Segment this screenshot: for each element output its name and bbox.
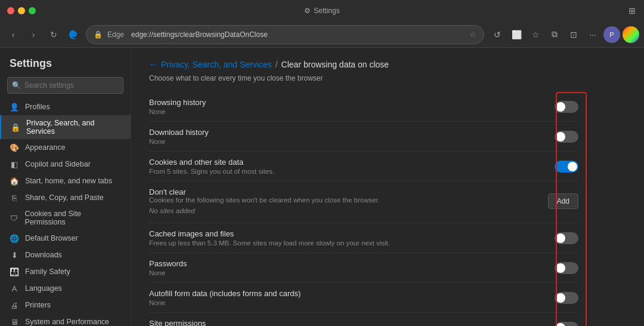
sidebar-item-profiles[interactable]: 👤 Profiles — [0, 99, 131, 115]
settings-row-site-permissions: Site permissions None — [149, 313, 578, 326]
nav-buttons: ‹ › ↻ — [5, 26, 62, 43]
browsing-history-right — [555, 101, 578, 113]
settings-list: Browsing history None Download history N… — [149, 92, 578, 326]
autofill-title: Autofill form data (includes forms and c… — [149, 289, 555, 298]
download-history-title: Download history — [149, 128, 555, 137]
titlebar-right-icons: ⊞ — [627, 6, 637, 16]
cookies-right — [555, 161, 578, 173]
autofill-right — [555, 292, 578, 304]
back-button[interactable]: ‹ — [5, 26, 21, 43]
settings-row-cookies: Cookies and other site data From 5 sites… — [149, 152, 578, 182]
forward-button[interactable]: › — [25, 26, 42, 43]
cookies-content: Cookies and other site data From 5 sites… — [149, 158, 555, 175]
sidebar-item-downloads[interactable]: ⬇ Downloads — [0, 247, 131, 263]
reading-view-button[interactable]: ⬜ — [508, 26, 525, 43]
download-history-toggle[interactable] — [555, 131, 578, 143]
sidebar-item-label: Printers — [25, 301, 51, 309]
sidebar-item-family-safety[interactable]: 👨‍👩‍👧 Family Safety — [0, 263, 131, 280]
cached-images-toggle[interactable] — [555, 232, 578, 244]
dont-clear-label: Don't clear — [149, 187, 380, 196]
collections-button[interactable]: ⧉ — [546, 26, 563, 43]
more-button[interactable]: ··· — [584, 26, 601, 43]
sidebar-item-languages[interactable]: A Languages — [0, 280, 131, 297]
settings-row-cached-images: Cached images and files Frees up less th… — [149, 223, 578, 253]
cookies-title: Cookies and other site data — [149, 158, 555, 167]
dont-clear-header: Don't clear Cookies for the following si… — [149, 187, 578, 214]
favorites-button[interactable]: ☆ — [527, 26, 544, 43]
add-button[interactable]: Add — [548, 193, 578, 209]
browsing-history-title: Browsing history — [149, 98, 555, 107]
breadcrumb-current: Clear browsing data on close — [281, 60, 389, 69]
cached-images-content: Cached images and files Frees up less th… — [149, 229, 555, 247]
minimize-button[interactable] — [18, 7, 25, 14]
extensions-button[interactable]: ⊡ — [565, 26, 582, 43]
sidebar-item-system[interactable]: 🖥 System and Performance — [0, 313, 131, 326]
passwords-content: Passwords None — [149, 259, 555, 276]
dont-clear-title: Don't clear Cookies for the following si… — [149, 187, 380, 214]
sidebar-item-label: Family Safety — [25, 267, 70, 276]
site-permissions-content: Site permissions None — [149, 319, 555, 326]
site-permissions-title: Site permissions — [149, 319, 555, 326]
sidebar-item-label: Default Browser — [25, 234, 78, 242]
cached-images-desc: Frees up less than 5.3 MB. Some sites ma… — [149, 239, 555, 247]
sidebar-item-share[interactable]: ⎘ Share, Copy, and Paste — [0, 189, 131, 206]
default-browser-icon: 🌐 — [10, 233, 19, 243]
edge-logo — [67, 27, 81, 42]
sidebar-item-label: Start, home, and new tabs — [25, 177, 112, 185]
close-button[interactable] — [7, 7, 14, 14]
search-icon: 🔍 — [12, 81, 21, 90]
sidebar-item-appearance[interactable]: 🎨 Appearance — [0, 139, 131, 156]
download-history-content: Download history None — [149, 128, 555, 145]
sidebar-item-printers[interactable]: 🖨 Printers — [0, 297, 131, 313]
sidebar-item-label: System and Performance — [25, 318, 109, 326]
passwords-toggle[interactable] — [555, 262, 578, 274]
sidebar-item-label: Copilot and Sidebar — [25, 160, 91, 168]
sidebar-title: Settings — [0, 48, 131, 75]
address-icons: ☆ — [469, 30, 476, 39]
sidebar-item-privacy[interactable]: 🔒 Privacy, Search, and Services — [0, 115, 131, 139]
privacy-icon: 🔒 — [11, 122, 20, 132]
sidebar-item-start-home[interactable]: 🏠 Start, home, and new tabs — [0, 173, 131, 189]
main-layout: Settings 🔍 👤 Profiles 🔒 Privacy, Search,… — [0, 48, 644, 326]
titlebar-title: ⚙ Settings — [304, 7, 339, 15]
breadcrumb-back-icon[interactable]: ← — [149, 60, 157, 69]
passwords-title: Passwords — [149, 259, 555, 268]
refresh-nav-button[interactable]: ↺ — [489, 26, 506, 43]
dont-clear-desc: Cookies for the following sites won't be… — [149, 196, 380, 204]
address-bar[interactable]: 🔒 Edge edge://settings/clearBrowsingData… — [86, 25, 484, 44]
sidebar-item-label: Share, Copy, and Paste — [25, 193, 104, 202]
autofill-toggle[interactable] — [555, 292, 578, 304]
titlebar: ⚙ Settings ⊞ — [0, 0, 644, 21]
content-inner: ← Privacy, Search, and Services / Clear … — [131, 48, 596, 326]
extensions-icon: ⊞ — [627, 6, 637, 16]
browsing-history-toggle[interactable] — [555, 101, 578, 113]
sidebar: Settings 🔍 👤 Profiles 🔒 Privacy, Search,… — [0, 48, 131, 326]
browser-right-icons: ↺ ⬜ ☆ ⧉ ⊡ ··· P — [489, 26, 639, 43]
profile-button[interactable]: P — [603, 26, 620, 43]
sidebar-item-copilot[interactable]: ◧ Copilot and Sidebar — [0, 156, 131, 173]
browsing-history-content: Browsing history None — [149, 98, 555, 115]
settings-row-download-history: Download history None — [149, 122, 578, 152]
traffic-lights — [7, 7, 36, 14]
system-icon: 🖥 — [10, 317, 19, 326]
sidebar-search[interactable]: 🔍 — [7, 77, 123, 94]
star-icon: ☆ — [469, 30, 476, 39]
cached-images-right — [555, 232, 578, 244]
family-icon: 👨‍👩‍👧 — [10, 267, 19, 276]
copilot-icon: ◧ — [10, 159, 19, 169]
cookies-toggle[interactable] — [555, 161, 578, 173]
home-icon: 🏠 — [10, 176, 19, 186]
sidebar-item-cookies[interactable]: 🛡 Cookies and Site Permissions — [0, 206, 131, 230]
maximize-button[interactable] — [29, 7, 36, 14]
edge-color-button[interactable] — [623, 26, 639, 43]
dont-clear-section: Don't clear Cookies for the following si… — [149, 182, 578, 223]
search-input[interactable] — [7, 77, 123, 94]
site-permissions-toggle[interactable] — [555, 322, 578, 327]
sidebar-item-label: Languages — [25, 284, 62, 293]
breadcrumb-link[interactable]: Privacy, Search, and Services — [161, 60, 272, 69]
address-text: edge://settings/clearBrowsingDataOnClose — [131, 30, 465, 39]
site-permissions-right — [555, 322, 578, 327]
refresh-button[interactable]: ↻ — [45, 26, 62, 43]
breadcrumb-separator: / — [275, 60, 278, 69]
sidebar-item-default-browser[interactable]: 🌐 Default Browser — [0, 230, 131, 247]
